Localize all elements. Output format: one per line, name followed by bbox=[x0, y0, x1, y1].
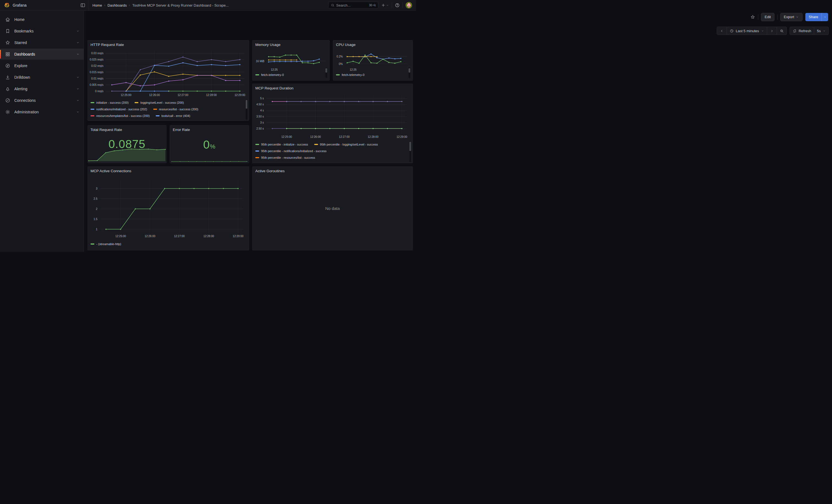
chevron-down-icon bbox=[76, 110, 80, 114]
sidebar-item-explore[interactable]: Explore bbox=[0, 60, 84, 71]
legend-swatch bbox=[90, 109, 94, 110]
legend-label: fetch-telemetry-0 bbox=[342, 73, 365, 77]
legend-item[interactable]: 95th percentile - logging/setLevel - suc… bbox=[314, 143, 378, 146]
sidebar-item-alerting[interactable]: Alerting bbox=[0, 83, 84, 95]
legend-item[interactable]: 95th percentile - notifications/initiali… bbox=[255, 150, 327, 153]
add-button[interactable] bbox=[381, 3, 389, 7]
dashboard-toolbar: Edit Export Share bbox=[84, 11, 416, 23]
breadcrumb-item[interactable]: Dashboards bbox=[108, 3, 127, 7]
legend-swatch bbox=[336, 74, 340, 75]
legend-item[interactable]: initialize - success (200) bbox=[90, 101, 129, 104]
grid-icon bbox=[5, 51, 10, 57]
svg-text:12:28:00: 12:28:00 bbox=[206, 94, 217, 97]
legend-swatch bbox=[90, 243, 94, 244]
star-icon bbox=[5, 40, 10, 45]
sidebar-item-bookmarks[interactable]: Bookmarks bbox=[0, 26, 84, 36]
chevron-down-icon bbox=[76, 99, 80, 102]
panel-title[interactable]: HTTP Request Rate bbox=[88, 41, 249, 47]
plus-icon bbox=[381, 3, 386, 7]
legend-label: resources/list - success (200) bbox=[159, 108, 198, 111]
search-shortcut: ⌘+k bbox=[369, 3, 376, 7]
help-button[interactable] bbox=[395, 3, 400, 8]
panel-mcp-request-duration: MCP Request Duration 5 s4.50 s4 s3.50 s3… bbox=[252, 84, 413, 163]
connections-icon bbox=[5, 98, 10, 103]
sidebar-item-label: Bookmarks bbox=[14, 29, 33, 33]
svg-text:0.01 req/s: 0.01 req/s bbox=[92, 77, 103, 80]
svg-text:12:25:00: 12:25:00 bbox=[121, 94, 131, 97]
sidebar-item-drilldown[interactable]: Drilldown bbox=[0, 72, 84, 83]
svg-text:0%: 0% bbox=[339, 62, 343, 65]
panel-title[interactable]: MCP Active Connections bbox=[88, 167, 249, 173]
search-input[interactable]: Search... ⌘+k bbox=[328, 2, 378, 9]
legend-item[interactable]: tools/call - error (404) bbox=[156, 114, 190, 117]
legend-item[interactable]: logging/setLevel - success (200) bbox=[134, 101, 184, 104]
sidebar-nav: HomeBookmarksStarredDashboardsExploreDri… bbox=[0, 14, 84, 117]
svg-text:1.5: 1.5 bbox=[94, 218, 97, 221]
legend-item[interactable]: fetch-telemetry-0 bbox=[255, 73, 284, 77]
legend-row: fetch-telemetry-0 bbox=[255, 72, 323, 78]
legend-label: initialize - success (200) bbox=[96, 101, 129, 104]
legend-swatch bbox=[255, 74, 259, 75]
legend-swatch bbox=[134, 102, 138, 103]
legend-scrollbar[interactable] bbox=[409, 68, 410, 78]
svg-text:12:29:00: 12:29:00 bbox=[396, 135, 407, 138]
breadcrumb-item: ToolHive MCP Server & Proxy Runner Dashb… bbox=[132, 3, 229, 7]
topbar-actions: Search... ⌘+k bbox=[328, 2, 416, 9]
memory-usage-legend: fetch-telemetry-0 bbox=[255, 72, 323, 78]
svg-text:16 MiB: 16 MiB bbox=[256, 60, 264, 63]
legend-item[interactable]: notifications/initialized - success (202… bbox=[90, 108, 147, 111]
legend-item[interactable]: fetch-telemetry-0 bbox=[336, 73, 365, 77]
svg-text:12:27:00: 12:27:00 bbox=[339, 135, 350, 138]
sidebar-item-administration[interactable]: Administration bbox=[0, 106, 84, 117]
svg-text:2: 2 bbox=[96, 207, 97, 210]
chevron-down-icon bbox=[76, 75, 80, 79]
bell-icon bbox=[5, 86, 10, 91]
breadcrumb-separator: › bbox=[104, 3, 105, 7]
sidebar-item-home[interactable]: Home bbox=[0, 14, 84, 25]
compass-icon bbox=[5, 63, 10, 69]
legend-row: notifications/initialized - success (202… bbox=[90, 106, 243, 112]
panel-http-request-rate: HTTP Request Rate 0.03 req/s0.025 req/s0… bbox=[87, 40, 249, 121]
breadcrumb-item[interactable]: Home bbox=[93, 3, 102, 7]
panel-active-goroutines: Active Goroutines No data bbox=[252, 166, 413, 250]
sidebar-item-connections[interactable]: Connections bbox=[0, 95, 84, 106]
panel-cpu-usage: CPU Usage 0.2%0%12:25 fetch-telemetry-0 bbox=[333, 40, 413, 81]
legend-row: resources/templates/list - success (200)… bbox=[90, 112, 243, 119]
sidebar-item-label: Dashboards bbox=[14, 52, 35, 56]
svg-text:12:27:00: 12:27:00 bbox=[178, 94, 188, 97]
svg-text:0.02 req/s: 0.02 req/s bbox=[92, 64, 103, 68]
legend-label: resources/templates/list - success (200) bbox=[96, 114, 150, 117]
mega-menu-toggle-icon[interactable] bbox=[80, 2, 85, 8]
panel-title[interactable]: Total Request Rate bbox=[88, 126, 166, 132]
legend-scrollbar[interactable] bbox=[246, 99, 248, 120]
legend-label: notifications/initialized - success (202… bbox=[96, 108, 147, 111]
svg-text:5 s: 5 s bbox=[260, 97, 264, 100]
legend-scrollbar[interactable] bbox=[409, 141, 411, 162]
legend-scrollbar[interactable] bbox=[326, 68, 327, 78]
legend-item[interactable]: - (streamable-http) bbox=[90, 242, 121, 246]
search-placeholder: Search... bbox=[336, 3, 367, 7]
legend-item[interactable]: 95th percentile - resources/list - succe… bbox=[255, 156, 315, 159]
http-request-rate-legend: initialize - success (200)logging/setLev… bbox=[90, 99, 243, 121]
legend-item[interactable]: resources/list - success (200) bbox=[153, 108, 198, 111]
divider bbox=[392, 2, 392, 8]
legend-item[interactable]: 95th percentile - initialize - success bbox=[255, 143, 308, 146]
sidebar-item-dashboards[interactable]: Dashboards bbox=[0, 49, 84, 60]
panel-error-rate: Error Rate 0% bbox=[170, 125, 249, 163]
chevron-down-icon bbox=[76, 29, 80, 33]
legend-item[interactable]: resources/templates/list - success (200) bbox=[90, 114, 150, 117]
sidebar-item-label: Home bbox=[14, 17, 25, 22]
legend-swatch bbox=[255, 151, 259, 152]
panel-title[interactable]: CPU Usage bbox=[333, 41, 412, 47]
user-avatar[interactable] bbox=[406, 2, 412, 8]
mcp-request-duration-chart: 5 s4.50 s4 s3.50 s3 s2.50 s12:25:0012:26… bbox=[254, 93, 410, 140]
mcp-active-connections-chart: 32.521.5112:25:0012:26:0012:27:0012:28:0… bbox=[89, 176, 245, 240]
legend-row: 95th percentile - initialize - success95… bbox=[255, 141, 406, 148]
sidebar-item-label: Starred bbox=[14, 41, 27, 45]
svg-text:3 s: 3 s bbox=[260, 121, 264, 124]
panel-title[interactable]: Error Rate bbox=[170, 126, 249, 132]
panel-title[interactable]: MCP Request Duration bbox=[253, 84, 412, 90]
legend-label: - (streamable-http) bbox=[96, 242, 121, 246]
panel-title[interactable]: Memory Usage bbox=[253, 41, 329, 47]
sidebar-item-starred[interactable]: Starred bbox=[0, 37, 84, 48]
